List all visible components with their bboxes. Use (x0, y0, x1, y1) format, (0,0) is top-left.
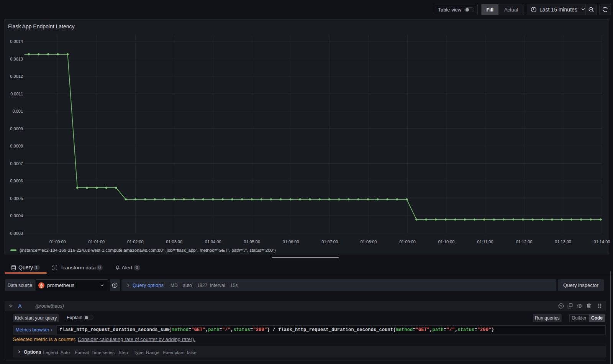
svg-text:0.0011: 0.0011 (10, 92, 23, 96)
svg-text:01:07:00: 01:07:00 (321, 239, 338, 244)
svg-text:0.0003: 0.0003 (10, 231, 23, 236)
svg-text:01:01:00: 01:01:00 (88, 239, 105, 244)
svg-text:0.0005: 0.0005 (10, 196, 23, 201)
svg-text:01:00:00: 01:00:00 (49, 239, 66, 244)
svg-text:0.001: 0.001 (12, 109, 23, 113)
svg-text:0.0012: 0.0012 (10, 74, 23, 79)
svg-text:?: ? (114, 284, 116, 287)
svg-text:0.0013: 0.0013 (10, 57, 23, 61)
svg-text:0.0006: 0.0006 (10, 179, 23, 183)
svg-text:01:05:00: 01:05:00 (244, 239, 260, 244)
svg-text:01:09:00: 01:09:00 (399, 239, 416, 244)
svg-text:?: ? (560, 304, 562, 308)
svg-text:01:14:00: 01:14:00 (594, 239, 610, 244)
svg-text:01:02:00: 01:02:00 (127, 239, 144, 244)
svg-text:01:03:00: 01:03:00 (166, 239, 182, 244)
svg-text:0.0014: 0.0014 (10, 39, 23, 44)
svg-text:01:10:00: 01:10:00 (438, 239, 455, 244)
svg-text:0.0007: 0.0007 (10, 161, 23, 166)
svg-text:0.0008: 0.0008 (10, 144, 23, 148)
svg-text:01:06:00: 01:06:00 (283, 239, 299, 244)
svg-text:0.0004: 0.0004 (10, 213, 23, 218)
svg-text:01:11:00: 01:11:00 (477, 239, 493, 244)
svg-text:01:12:00: 01:12:00 (516, 239, 533, 244)
svg-text:01:04:00: 01:04:00 (205, 239, 221, 244)
svg-text:01:13:00: 01:13:00 (555, 239, 571, 244)
svg-text:0.0009: 0.0009 (10, 126, 23, 131)
svg-text:01:08:00: 01:08:00 (361, 239, 377, 244)
